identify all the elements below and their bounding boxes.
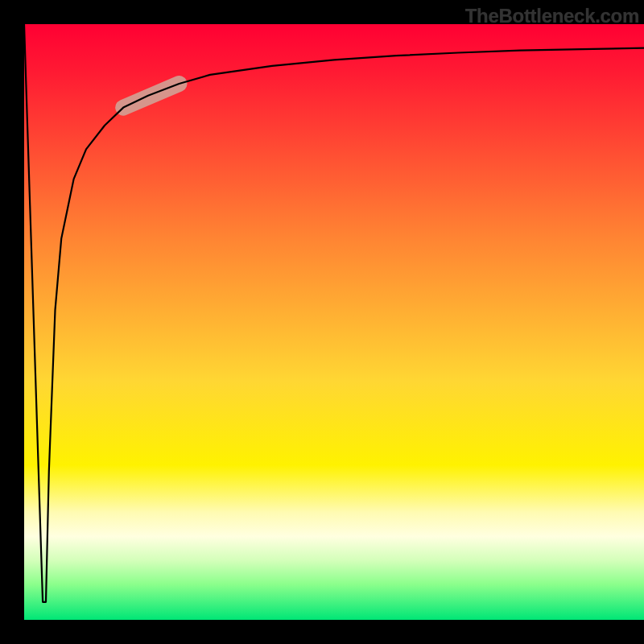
curve-svg [24,24,644,620]
chart-frame: TheBottleneck.com [0,0,644,644]
